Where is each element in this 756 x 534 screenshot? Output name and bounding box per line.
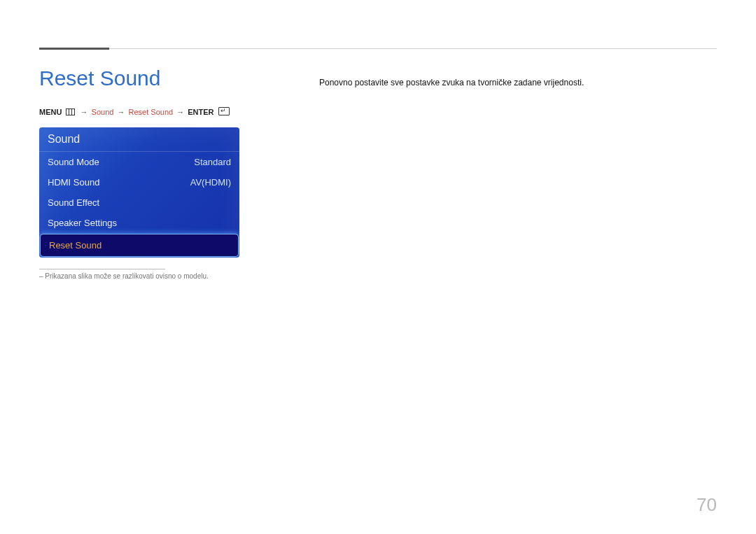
content-area: Reset Sound MENU → Sound → Reset Sound →… (39, 66, 717, 280)
left-column: Reset Sound MENU → Sound → Reset Sound →… (39, 66, 305, 280)
menu-icon (66, 108, 75, 115)
menu-item-label: Sound Effect (48, 197, 99, 208)
right-column: Ponovno postavite sve postavke zvuka na … (305, 66, 717, 96)
menu-item-label: HDMI Sound (48, 177, 99, 188)
divider-thin (39, 48, 717, 49)
breadcrumb-sound: Sound (92, 108, 114, 116)
menu-item-sound-mode[interactable]: Sound Mode Standard (39, 152, 239, 172)
menu-item-label: Speaker Settings (48, 218, 117, 228)
section-title: Reset Sound (39, 66, 305, 90)
enter-icon (218, 107, 230, 115)
arrow-icon: → (176, 108, 184, 116)
breadcrumb-enter: ENTER (188, 108, 214, 116)
breadcrumb-menu: MENU (39, 108, 62, 116)
menu-item-reset-sound-wrap: Reset Sound (39, 233, 239, 258)
menu-item-reset-sound[interactable]: Reset Sound (42, 236, 237, 255)
menu-item-label: Sound Mode (48, 157, 99, 167)
breadcrumb-reset-sound: Reset Sound (129, 108, 174, 116)
menu-item-value: Standard (194, 157, 231, 167)
menu-item-value: AV(HDMI) (190, 177, 231, 188)
page-number: 70 (696, 494, 717, 516)
menu-item-sound-effect[interactable]: Sound Effect (39, 192, 239, 213)
footnote-divider (39, 269, 165, 269)
breadcrumb: MENU → Sound → Reset Sound → ENTER (39, 107, 305, 116)
sound-menu-panel: Sound Sound Mode Standard HDMI Sound AV(… (39, 127, 239, 258)
menu-item-speaker-settings[interactable]: Speaker Settings (39, 213, 239, 233)
divider-bold (39, 48, 109, 50)
panel-header: Sound (39, 127, 239, 152)
menu-item-hdmi-sound[interactable]: HDMI Sound AV(HDMI) (39, 172, 239, 192)
arrow-icon: → (117, 108, 125, 116)
footnote: – Prikazana slika može se razlikovati ov… (39, 272, 305, 280)
description-text: Ponovno postavite sve postavke zvuka na … (319, 78, 717, 87)
arrow-icon: → (80, 108, 88, 116)
